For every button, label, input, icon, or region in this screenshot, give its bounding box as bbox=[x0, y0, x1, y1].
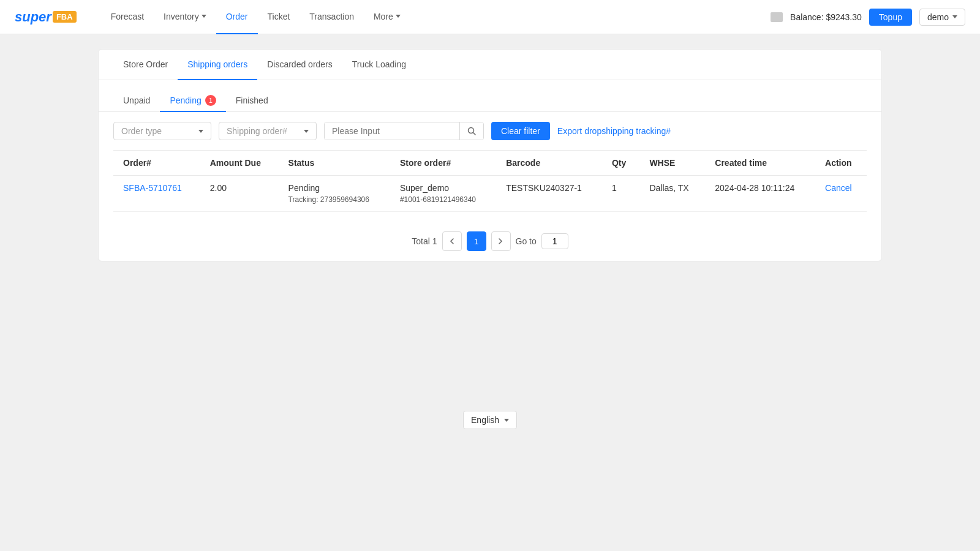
main-nav: Forecast Inventory Order Ticket Transact… bbox=[101, 0, 771, 34]
col-barcode: Barcode bbox=[496, 151, 602, 176]
header: super FBA Forecast Inventory Order Ticke… bbox=[0, 0, 980, 34]
nav-item-ticket[interactable]: Ticket bbox=[258, 0, 300, 34]
col-whse: WHSE bbox=[639, 151, 705, 176]
demo-dropdown[interactable]: demo bbox=[919, 9, 965, 26]
next-page-button[interactable] bbox=[491, 231, 511, 251]
cell-store-order: Super_demo #1001-6819121496340 bbox=[390, 176, 496, 212]
sub-tab-pending[interactable]: Pending 1 bbox=[160, 90, 225, 112]
sub-tab-bar: Unpaid Pending 1 Finished bbox=[99, 80, 881, 112]
col-action: Action bbox=[815, 151, 867, 176]
nav-item-forecast[interactable]: Forecast bbox=[101, 0, 154, 34]
header-right: Balance: $9243.30 Topup demo bbox=[771, 9, 965, 26]
export-tracking-link[interactable]: Export dropshipping tracking# bbox=[557, 126, 671, 136]
tab-discarded-orders[interactable]: Discarded orders bbox=[257, 50, 342, 80]
prev-page-button[interactable] bbox=[442, 231, 462, 251]
cell-whse: Dallas, TX bbox=[639, 176, 705, 212]
orders-table-wrap: Order# Amount Due Status Store order# Ba… bbox=[99, 150, 881, 222]
cell-status: Pending Tracking: 273959694306 bbox=[279, 176, 390, 212]
tab-truck-loading[interactable]: Truck Loading bbox=[342, 50, 416, 80]
svg-line-1 bbox=[473, 133, 476, 135]
language-chevron-icon bbox=[504, 419, 509, 422]
search-button[interactable] bbox=[459, 122, 483, 140]
orders-table: Order# Amount Due Status Store order# Ba… bbox=[113, 150, 867, 212]
cell-action: Cancel bbox=[815, 176, 867, 212]
clear-filter-button[interactable]: Clear filter bbox=[491, 122, 550, 140]
next-icon bbox=[499, 238, 503, 244]
filter-bar: Order type Shipping order# Clear filter … bbox=[99, 112, 881, 150]
prev-icon bbox=[450, 238, 454, 244]
inventory-chevron-icon bbox=[202, 15, 206, 18]
table-header-row: Order# Amount Due Status Store order# Ba… bbox=[113, 151, 867, 176]
logo-super-text: super bbox=[15, 9, 51, 25]
tab-bar: Store Order Shipping orders Discarded or… bbox=[99, 50, 881, 80]
footer: English bbox=[0, 399, 980, 441]
balance-amount: Balance: $9243.30 bbox=[790, 12, 862, 22]
goto-input[interactable] bbox=[541, 233, 568, 249]
cell-qty: 1 bbox=[602, 176, 639, 212]
col-store-order: Store order# bbox=[390, 151, 496, 176]
goto-wrap: Go to bbox=[516, 233, 568, 249]
cell-created-time: 2024-04-28 10:11:24 bbox=[705, 176, 815, 212]
shipping-order-select[interactable]: Shipping order# bbox=[219, 122, 317, 140]
search-input[interactable] bbox=[325, 122, 459, 140]
search-box bbox=[324, 122, 484, 140]
sub-tab-finished[interactable]: Finished bbox=[226, 90, 278, 112]
order-link[interactable]: SFBA-5710761 bbox=[123, 183, 182, 193]
cell-barcode: TESTSKU240327-1 bbox=[496, 176, 602, 212]
page-1-button[interactable]: 1 bbox=[467, 231, 486, 251]
table-row: SFBA-5710761 2.00 Pending Tracking: 2739… bbox=[113, 176, 867, 212]
order-type-select[interactable]: Order type bbox=[113, 122, 211, 140]
cancel-link[interactable]: Cancel bbox=[825, 183, 852, 193]
shipping-order-chevron-icon bbox=[304, 130, 309, 133]
cell-order-num: SFBA-5710761 bbox=[113, 176, 200, 212]
tab-shipping-orders[interactable]: Shipping orders bbox=[178, 50, 257, 80]
order-type-chevron-icon bbox=[198, 130, 203, 133]
logo[interactable]: super FBA bbox=[15, 9, 77, 25]
pending-badge: 1 bbox=[205, 95, 216, 106]
col-status: Status bbox=[279, 151, 390, 176]
col-created-time: Created time bbox=[705, 151, 815, 176]
nav-item-inventory[interactable]: Inventory bbox=[154, 0, 216, 34]
demo-chevron-icon bbox=[952, 15, 957, 18]
nav-item-more[interactable]: More bbox=[364, 0, 410, 34]
col-order-num: Order# bbox=[113, 151, 200, 176]
total-label: Total 1 bbox=[412, 236, 437, 246]
topup-button[interactable]: Topup bbox=[869, 9, 912, 26]
nav-item-order[interactable]: Order bbox=[216, 0, 258, 34]
col-amount-due: Amount Due bbox=[200, 151, 279, 176]
tab-store-order[interactable]: Store Order bbox=[113, 50, 178, 80]
more-chevron-icon bbox=[396, 15, 401, 18]
balance-icon bbox=[771, 12, 783, 22]
logo-fba-text: FBA bbox=[53, 11, 77, 23]
language-select[interactable]: English bbox=[463, 411, 517, 429]
main-content: Store Order Shipping orders Discarded or… bbox=[0, 34, 980, 276]
col-qty: Qty bbox=[602, 151, 639, 176]
cell-amount-due: 2.00 bbox=[200, 176, 279, 212]
pagination: Total 1 1 Go to bbox=[99, 222, 881, 261]
sub-tab-unpaid[interactable]: Unpaid bbox=[113, 90, 160, 112]
nav-item-transaction[interactable]: Transaction bbox=[300, 0, 364, 34]
order-card: Store Order Shipping orders Discarded or… bbox=[98, 49, 882, 261]
search-icon bbox=[467, 127, 476, 135]
